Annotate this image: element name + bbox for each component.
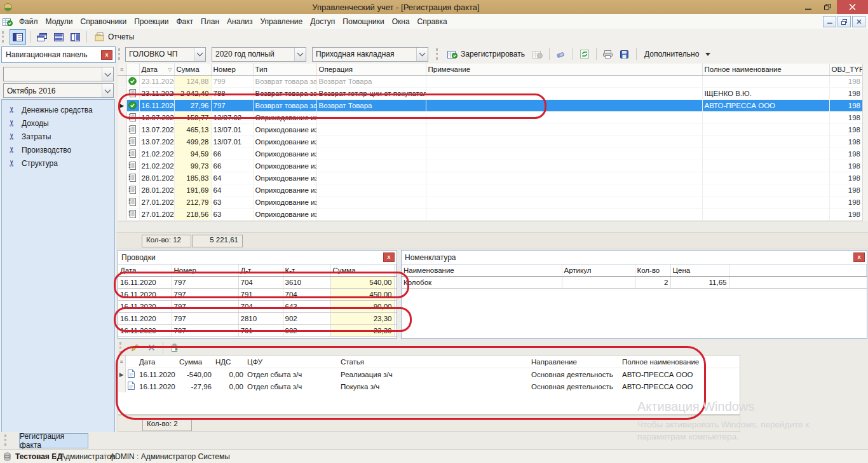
table-row[interactable]: 16.11.2020797281090223,30 [118, 313, 397, 325]
table-row[interactable]: 28.01.2020185,8364Оприходование изделий1… [118, 172, 863, 184]
chevron-down-icon[interactable] [102, 84, 113, 97]
menu-item[interactable]: Модули [42, 15, 77, 28]
table-row[interactable]: ▶16.11.2020-540,000,00Отдел сбыта з/чРеа… [118, 368, 740, 381]
menu-item[interactable]: Окна [388, 15, 414, 28]
table-row[interactable]: 16.11.2020797704643-90,00 [118, 301, 397, 313]
save-button[interactable] [617, 47, 632, 61]
clear-button[interactable] [553, 47, 569, 61]
column-header[interactable]: Дата▽ [139, 64, 174, 76]
mdi-close-button[interactable] [852, 16, 865, 27]
column-header[interactable]: ЦФУ [245, 356, 339, 368]
menu-item[interactable]: Доступ [306, 15, 339, 28]
column-header[interactable]: OBJ_TYP [829, 64, 863, 76]
filter-combo[interactable]: ГОЛОВКО ЧП [125, 47, 206, 62]
reports-button[interactable]: Отчеты [90, 30, 139, 44]
menu-item[interactable]: Проекции [130, 15, 172, 28]
column-header[interactable]: Артикул [562, 265, 635, 277]
column-header[interactable]: Номер [211, 64, 253, 76]
cascade-windows-button[interactable] [34, 30, 50, 44]
column-header[interactable]: Примечание [426, 64, 702, 76]
edit-button[interactable] [127, 341, 142, 355]
chevron-down-icon[interactable] [294, 48, 306, 61]
table-row[interactable]: 21.02.202099,7366Оприходование изделий19… [118, 160, 863, 172]
sidebar-item[interactable]: ✂Денежные средства [2, 103, 114, 116]
table-row[interactable]: 16.11.2020-27,960,00Отдел сбыта з/чПокуп… [118, 380, 740, 392]
column-header[interactable]: Дата [137, 356, 177, 368]
restore-button[interactable] [818, 0, 837, 14]
column-header[interactable]: Полное наименование [620, 356, 740, 368]
chevron-down-icon[interactable] [102, 67, 113, 81]
table-row[interactable]: 27.01.2020212,7963Оприходование изделий1… [118, 197, 863, 209]
postings-close-icon[interactable]: x [383, 252, 395, 262]
column-header[interactable]: Статья [339, 356, 529, 368]
table-row[interactable]: 16.11.2020797791704450,00 [118, 289, 397, 301]
nav-panel-toggle-button[interactable] [10, 29, 26, 45]
filter-combo[interactable]: 2020 год полный [212, 47, 306, 62]
column-header[interactable]: Д-т [238, 265, 283, 277]
close-button[interactable] [837, 0, 868, 14]
column-header[interactable]: Сумма [177, 356, 214, 368]
table-row[interactable]: 13.07.2020499,2813/07.01Оприходование из… [118, 136, 863, 148]
column-header[interactable]: Сумма [330, 265, 394, 277]
sidebar-item[interactable]: ✂Структура [2, 156, 114, 170]
mdi-restore-button[interactable] [837, 16, 851, 27]
minimize-button[interactable] [799, 0, 818, 14]
register-button[interactable]: Зарегистрировать [443, 47, 529, 61]
table-row[interactable]: 16.11.2020797791902-23,30 [118, 325, 397, 337]
toolbar-grip[interactable] [119, 342, 124, 354]
column-header[interactable]: Кол-во [635, 265, 670, 277]
menu-item[interactable]: Факт [172, 15, 197, 28]
table-row[interactable]: 13.07.2020158,7713/07.02Оприходование из… [118, 112, 863, 124]
column-header[interactable]: Дата [118, 265, 172, 277]
column-header[interactable]: Направление [529, 356, 620, 368]
menu-item[interactable]: Помощники [339, 15, 388, 28]
toolbar-grip[interactable] [2, 31, 6, 43]
menu-item[interactable]: Файл [15, 15, 42, 28]
vertical-scrollbar[interactable] [862, 64, 868, 221]
sidebar-item[interactable]: ✂Затраты [2, 130, 114, 143]
nav-panel-close-icon[interactable]: x [101, 50, 112, 60]
sidebar-item[interactable]: ✂Производство [2, 143, 114, 156]
mdi-minimize-button[interactable] [823, 16, 836, 27]
table-row[interactable]: Колобок211,65 [402, 277, 867, 289]
sidebar-combo-period[interactable]: Октябрь 2016 [3, 83, 114, 98]
more-button[interactable]: Дополнительно [640, 47, 715, 61]
chevron-down-icon[interactable] [416, 48, 428, 61]
column-header[interactable]: Тип [253, 64, 316, 76]
column-header[interactable]: Цена [670, 265, 729, 277]
tile-horizontal-button[interactable] [51, 30, 66, 44]
sidebar-item[interactable]: ✂Доходы [2, 116, 114, 130]
column-header[interactable]: Сумма [174, 64, 211, 76]
table-row[interactable]: 27.01.2020218,5663Оприходование изделий1… [118, 209, 863, 221]
menu-item[interactable]: Анализ [223, 15, 257, 28]
menu-item[interactable]: Управление [257, 15, 307, 28]
chevron-down-icon[interactable] [194, 48, 205, 61]
table-row[interactable]: 16.11.20207977043610540,00 [118, 277, 397, 289]
delete-button[interactable] [144, 341, 159, 355]
tab-fact-registration[interactable]: Регистрация факта [19, 433, 88, 448]
menu-item[interactable]: План [197, 15, 223, 28]
toolbar-grip[interactable] [118, 48, 123, 60]
column-header[interactable]: Наименование [402, 265, 562, 277]
table-row[interactable]: 13.07.2020465,1313/07.01Оприходование из… [118, 124, 863, 136]
refresh-button[interactable] [577, 47, 592, 61]
tile-vertical-button[interactable] [67, 30, 83, 44]
menu-item[interactable]: Справочники [77, 15, 131, 28]
table-row[interactable]: ▶16.11.202027,96797Возврат товара заказч… [118, 100, 863, 112]
menu-item[interactable]: Справка [414, 15, 451, 28]
table-row[interactable]: 28.01.2020191,6964Оприходование изделий1… [118, 184, 863, 197]
table-row[interactable]: 21.02.202094,5966Оприходование изделий19… [118, 148, 863, 160]
table-row[interactable]: 23.11.20202 942,40788Возврат товара зака… [118, 88, 863, 100]
column-header[interactable]: НДС [214, 356, 245, 368]
paste-refresh-button[interactable] [167, 341, 182, 355]
print-button[interactable] [600, 47, 616, 61]
column-header[interactable]: Операция [316, 64, 426, 76]
filter-combo[interactable]: Приходная накладная [312, 47, 428, 62]
toolbar-grip[interactable] [436, 48, 440, 60]
sidebar-combo-top[interactable] [3, 67, 114, 81]
column-header[interactable]: К-т [283, 265, 330, 277]
table-row[interactable]: 23.11.2020124,88799Возврат товара заказч… [118, 76, 863, 88]
column-header[interactable]: Полное наименование [702, 64, 829, 76]
nomenclature-close-icon[interactable]: x [853, 252, 865, 262]
column-header[interactable]: Номер [172, 265, 238, 277]
